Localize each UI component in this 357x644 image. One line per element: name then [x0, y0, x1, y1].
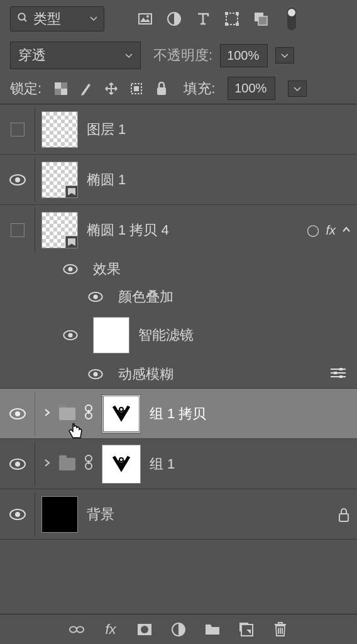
- svg-point-36: [15, 411, 20, 416]
- svg-point-24: [93, 294, 97, 299]
- lock-position-icon[interactable]: [104, 82, 118, 96]
- eye-icon[interactable]: [88, 369, 103, 379]
- filter-item-row[interactable]: 动感模糊: [0, 360, 357, 389]
- layer-name: 椭圆 1: [87, 170, 126, 189]
- svg-point-3: [146, 15, 149, 18]
- layer-thumbnail[interactable]: [41, 111, 78, 148]
- layer-row[interactable]: 背景: [0, 489, 357, 540]
- fill-value-input[interactable]: 100%: [228, 77, 275, 100]
- fx-indicator[interactable]: fx: [326, 223, 336, 238]
- layer-thumbnail[interactable]: [41, 162, 78, 198]
- adjustment-layer-filter-icon[interactable]: [167, 11, 182, 26]
- lock-artboard-icon[interactable]: [129, 82, 143, 96]
- eye-icon: [9, 509, 26, 520]
- add-layer-mask-button[interactable]: [137, 622, 152, 637]
- svg-rect-18: [157, 87, 166, 95]
- svg-rect-9: [236, 23, 239, 26]
- svg-rect-32: [339, 368, 343, 370]
- svg-rect-6: [225, 12, 228, 15]
- eye-icon[interactable]: [63, 264, 78, 274]
- layer-row[interactable]: 组 1 拷贝: [0, 389, 357, 439]
- visibility-empty-icon: [11, 223, 25, 237]
- lock-label: 锁定:: [10, 79, 41, 98]
- chevron-down-icon: [125, 52, 133, 59]
- filter-toggle-switch[interactable]: [287, 8, 296, 30]
- layer-visibility-toggle[interactable]: [0, 391, 35, 436]
- visibility-empty-icon: [11, 123, 25, 136]
- expand-group-icon[interactable]: [44, 408, 50, 419]
- layer-visibility-toggle[interactable]: [0, 208, 35, 253]
- lock-transparency-icon[interactable]: [54, 82, 68, 96]
- filter-blending-options-icon[interactable]: [331, 367, 346, 381]
- effects-header-row[interactable]: 效果: [0, 255, 357, 283]
- fill-dropdown-button[interactable]: [288, 80, 307, 97]
- svg-rect-12: [55, 82, 61, 89]
- svg-rect-13: [61, 89, 67, 95]
- color-overlay-label: 颜色叠加: [118, 287, 173, 306]
- smart-object-thumbnail[interactable]: [102, 445, 141, 484]
- layer-visibility-toggle[interactable]: [0, 107, 35, 152]
- svg-rect-49: [339, 514, 348, 521]
- effects-label: 效果: [93, 260, 121, 279]
- pixel-layer-filter-icon[interactable]: [138, 11, 153, 26]
- folder-icon: [59, 458, 75, 470]
- add-adjustment-layer-button[interactable]: [171, 622, 186, 637]
- add-layer-style-button[interactable]: fx: [103, 622, 118, 637]
- opacity-dropdown-button[interactable]: [275, 47, 294, 64]
- svg-rect-8: [225, 23, 228, 26]
- layer-name: 组 1 拷贝: [150, 404, 206, 423]
- opacity-value-input[interactable]: 100%: [220, 44, 268, 67]
- blend-mode-dropdown[interactable]: 穿透: [10, 42, 141, 69]
- fill-label: 填充:: [184, 79, 215, 98]
- layer-thumbnail[interactable]: [41, 496, 78, 533]
- layer-visibility-toggle[interactable]: [0, 441, 35, 486]
- link-layers-button[interactable]: [69, 622, 84, 637]
- layer-thumbnail[interactable]: [41, 212, 78, 248]
- smart-filters-label: 智能滤镜: [138, 326, 194, 345]
- layer-row[interactable]: 椭圆 1 拷贝 4 ◯ fx: [0, 205, 357, 255]
- layer-row[interactable]: 组 1: [0, 439, 357, 489]
- effect-item-row[interactable]: 颜色叠加: [0, 283, 357, 311]
- lock-all-icon[interactable]: [155, 82, 168, 96]
- svg-point-0: [18, 13, 25, 20]
- smart-object-thumbnail[interactable]: [102, 394, 141, 433]
- smart-object-filter-icon[interactable]: [253, 11, 268, 26]
- type-layer-filter-icon[interactable]: [195, 11, 211, 26]
- new-layer-button[interactable]: [239, 622, 254, 637]
- link-icon[interactable]: [84, 455, 93, 473]
- svg-rect-7: [236, 12, 239, 15]
- svg-rect-33: [334, 372, 337, 374]
- link-icon[interactable]: [84, 404, 93, 423]
- lock-pixels-icon[interactable]: [79, 82, 93, 96]
- collapse-fx-button[interactable]: [342, 224, 351, 237]
- eye-icon[interactable]: [88, 292, 103, 302]
- svg-point-28: [93, 372, 97, 376]
- eye-icon[interactable]: [63, 330, 78, 340]
- filter-type-dropdown[interactable]: 类型: [10, 6, 104, 31]
- blend-indicator-icon: ◯: [307, 223, 319, 237]
- layer-visibility-toggle[interactable]: [0, 492, 35, 536]
- layer-row[interactable]: 图层 1: [0, 104, 357, 155]
- smart-filters-row[interactable]: 智能滤镜: [0, 311, 357, 360]
- filter-mask-thumbnail[interactable]: [93, 317, 129, 353]
- svg-rect-17: [134, 86, 139, 91]
- svg-point-48: [15, 512, 20, 517]
- svg-point-40: [119, 408, 123, 411]
- layer-name: 椭圆 1 拷贝 4: [87, 221, 169, 240]
- delete-layer-button[interactable]: [273, 622, 288, 637]
- new-group-button[interactable]: [205, 622, 220, 637]
- smart-object-badge-icon: [65, 236, 78, 248]
- folder-icon: [59, 408, 75, 420]
- eye-icon: [9, 408, 26, 419]
- shape-layer-filter-icon[interactable]: [224, 11, 239, 26]
- layer-name: 组 1: [150, 455, 175, 474]
- layer-visibility-toggle[interactable]: [0, 157, 35, 202]
- lock-icon[interactable]: [338, 508, 351, 521]
- layer-row[interactable]: 椭圆 1: [0, 155, 357, 205]
- svg-rect-15: [55, 89, 61, 95]
- eye-icon: [9, 458, 26, 470]
- expand-group-icon[interactable]: [44, 458, 50, 469]
- filter-type-label: 类型: [33, 9, 85, 28]
- svg-point-53: [141, 626, 148, 633]
- svg-point-22: [68, 267, 72, 271]
